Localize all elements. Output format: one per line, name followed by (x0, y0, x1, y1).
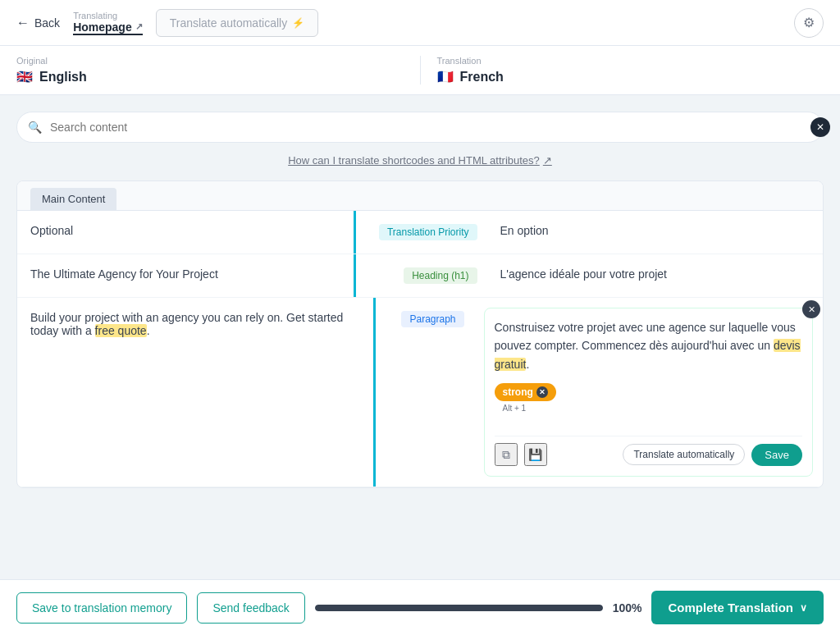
bolt-icon: ⚡ (292, 17, 304, 29)
chevron-down-icon: ∨ (800, 602, 807, 614)
main-area: 🔍 ✕ How can I translate shortcodes and H… (0, 95, 840, 579)
strong-label: strong (503, 386, 533, 398)
editor-icon-group: ⧉ 💾 (495, 443, 547, 466)
progress-wrap: 100% (315, 601, 642, 614)
tab-header: Main Content (17, 181, 823, 211)
original-language: 🇬🇧 English (16, 69, 404, 85)
para-editor-area: ✕ Construisez votre projet avec une agen… (474, 298, 824, 487)
translation-lang-name: French (460, 70, 504, 85)
search-wrap: 🔍 ✕ (16, 112, 824, 143)
search-icon: 🔍 (28, 121, 42, 134)
type-cell: Heading (h1) (356, 254, 487, 297)
progress-bar-fill (315, 605, 603, 611)
translation-language: 🇫🇷 French (437, 69, 824, 85)
translation-card: Main Content Optional Translation Priori… (16, 180, 824, 488)
type-cell: Translation Priority (356, 211, 487, 254)
main-content-tab[interactable]: Main Content (30, 188, 116, 210)
back-arrow-icon: ← (16, 16, 30, 30)
settings-icon: ⚙ (803, 15, 815, 30)
complete-label: Complete Translation (668, 601, 793, 614)
header-left: ← Back Translating Homepage ↗ Translate … (16, 9, 318, 37)
settings-button[interactable]: ⚙ (794, 8, 824, 38)
save-to-memory-button[interactable]: Save to translation memory (16, 592, 187, 624)
back-label: Back (34, 16, 60, 30)
complete-translation-button[interactable]: Complete Translation ∨ (651, 591, 824, 624)
translate-auto-label: Translate automatically (170, 16, 287, 30)
spacer (495, 414, 803, 429)
strong-tooltip-wrap: strong ✕ Alt + 1 (495, 383, 803, 408)
send-feedback-button[interactable]: Send feedback (197, 592, 304, 624)
help-link-text: How can I translate shortcodes and HTML … (288, 154, 540, 167)
progress-percentage: 100% (613, 601, 642, 614)
header: ← Back Translating Homepage ↗ Translate … (0, 0, 840, 46)
type-badge: Translation Priority (379, 224, 477, 240)
highlight-original: free quote (95, 324, 147, 337)
save-button[interactable]: Save (751, 444, 802, 466)
translate-automatically-small-button[interactable]: Translate automatically (623, 444, 745, 465)
table-row: The Ultimate Agency for Your Project Hea… (17, 254, 823, 298)
para-original-cell: Build your project with an agency you ca… (17, 298, 376, 487)
translate-automatically-button[interactable]: Translate automatically ⚡ (156, 9, 318, 37)
translation-language-section: Translation 🇫🇷 French (437, 56, 824, 85)
strong-tooltip-close[interactable]: ✕ (536, 386, 548, 398)
paragraph-row: Build your project with an agency you ca… (17, 298, 823, 487)
search-clear-button[interactable]: ✕ (810, 117, 830, 137)
strong-shortcut: Alt + 1 (503, 404, 527, 413)
english-flag: 🇬🇧 (16, 69, 33, 85)
translating-info: Translating Homepage ↗ (73, 11, 143, 35)
external-link-icon: ↗ (543, 154, 552, 167)
strong-tooltip: strong ✕ Alt + 1 (495, 383, 556, 401)
help-link-wrap: How can I translate shortcodes and HTML … (16, 153, 824, 167)
original-lang-name: English (39, 70, 87, 85)
back-button[interactable]: ← Back (16, 16, 60, 30)
translation-label: Translation (437, 56, 824, 66)
save-memory-icon-button[interactable]: 💾 (524, 443, 547, 466)
footer: Save to translation memory Send feedback… (0, 579, 840, 635)
help-link[interactable]: How can I translate shortcodes and HTML … (288, 154, 552, 167)
french-flag: 🇫🇷 (437, 69, 454, 85)
editor-close-button[interactable]: ✕ (802, 300, 820, 318)
translation-cell[interactable]: En option (487, 211, 824, 254)
search-input[interactable] (16, 112, 824, 143)
progress-bar (315, 605, 603, 611)
table-row: Optional Translation Priority En option (17, 211, 823, 254)
copy-icon-button[interactable]: ⧉ (495, 443, 518, 466)
para-type-cell: Paragraph (376, 298, 474, 487)
original-label: Original (16, 56, 404, 66)
editor-right-actions: Translate automatically Save (623, 444, 802, 466)
original-language-section: Original 🇬🇧 English (16, 56, 404, 85)
paragraph-type-badge: Paragraph (401, 311, 463, 327)
language-divider (420, 56, 421, 85)
language-bar: Original 🇬🇧 English Translation 🇫🇷 Frenc… (0, 46, 840, 95)
original-cell: The Ultimate Agency for Your Project (17, 254, 356, 297)
translating-label: Translating (73, 11, 143, 21)
type-badge: Heading (h1) (404, 267, 477, 284)
editor-actions: ⧉ 💾 Translate automatically Save (495, 436, 803, 466)
translating-page[interactable]: Homepage ↗ (73, 21, 143, 35)
translation-cell[interactable]: L'agence idéale pour votre projet (487, 254, 824, 297)
editor-text: Construisez votre projet avec une agence… (495, 318, 803, 373)
editor-box[interactable]: ✕ Construisez votre projet avec une agen… (484, 308, 814, 477)
external-link-icon: ↗ (135, 21, 143, 32)
original-cell: Optional (17, 211, 356, 254)
